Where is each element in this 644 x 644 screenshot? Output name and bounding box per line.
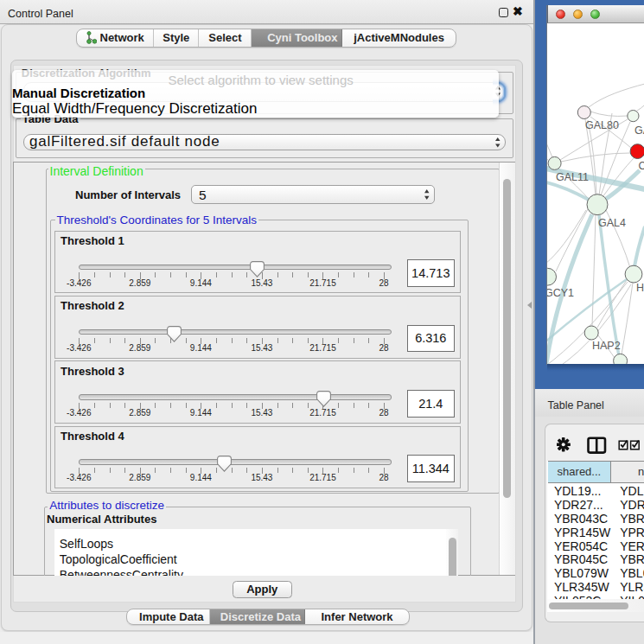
svg-text:GCY1: GCY1 bbox=[547, 287, 574, 299]
svg-text:GA: GA bbox=[634, 124, 644, 137]
svg-text:C: C bbox=[639, 160, 644, 172]
svg-text:GAL11: GAL11 bbox=[556, 171, 589, 183]
svg-text:GAL80: GAL80 bbox=[585, 119, 619, 131]
svg-text:H: H bbox=[636, 282, 644, 294]
svg-text:HAP2: HAP2 bbox=[592, 340, 621, 352]
svg-text:GAL4: GAL4 bbox=[598, 217, 626, 229]
